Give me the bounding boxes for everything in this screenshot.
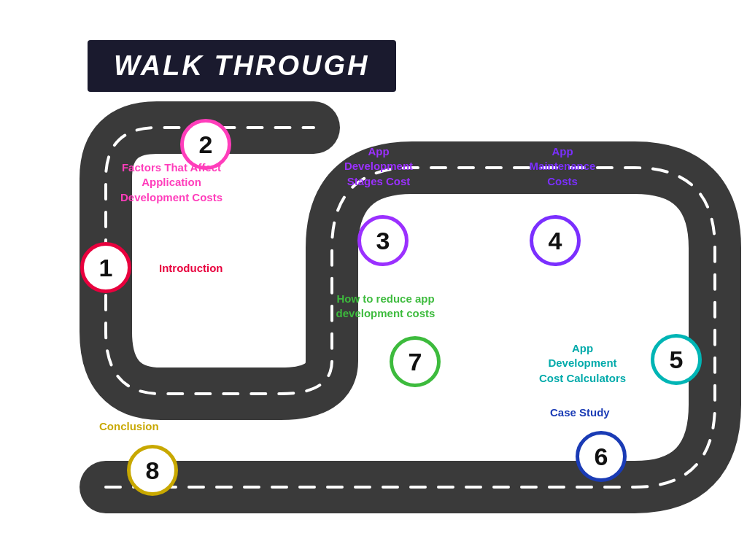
- step-3-circle: 3: [357, 215, 409, 266]
- step-8-circle: 8: [127, 445, 178, 496]
- step-8-label: Conclusion: [99, 419, 159, 434]
- step-4-label: AppMaintenanceCosts: [515, 144, 610, 189]
- step-6-label: Case Study: [550, 405, 610, 420]
- step-6-circle: 6: [576, 431, 627, 482]
- step-5-label: AppDevelopmentCost Calculators: [522, 341, 643, 386]
- page-title: WALK THROUGH: [88, 40, 396, 92]
- step-2-label: Factors That AffectApplicationDevelopmen…: [113, 160, 230, 205]
- step-1-circle: 1: [80, 242, 131, 293]
- step-7-circle: 7: [390, 336, 441, 387]
- step-4-circle: 4: [530, 215, 581, 266]
- step-5-circle: 5: [651, 334, 702, 385]
- step-1-label: Introduction: [159, 261, 222, 276]
- step-3-label: AppDevelopmentStages Cost: [331, 144, 426, 189]
- step-7-label: How to reduce appdevelopment costs: [325, 292, 446, 322]
